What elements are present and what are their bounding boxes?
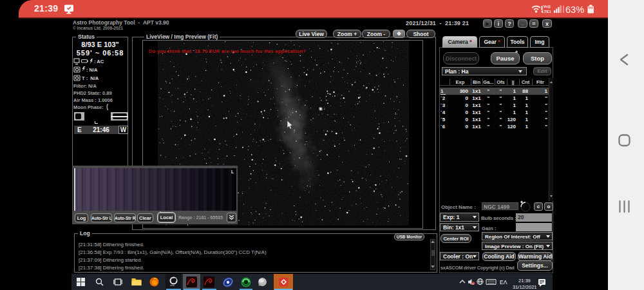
svg-text:: AC: : AC <box>94 59 104 64</box>
svg-text:Vo)): Vo)) <box>544 5 551 8</box>
svg-text:LTE1: LTE1 <box>542 10 552 14</box>
svg-text:nina: nina <box>170 284 175 287</box>
svg-text:T : N/A: T : N/A <box>82 75 99 81</box>
svg-text:21:39: 21:39 <box>518 278 531 284</box>
svg-text:EΛ: EΛ <box>500 279 507 285</box>
svg-text:31/12/2021: 31/12/2021 <box>513 284 537 290</box>
svg-text:63%: 63% <box>565 5 584 15</box>
svg-text:: N/A: : N/A <box>86 67 98 73</box>
